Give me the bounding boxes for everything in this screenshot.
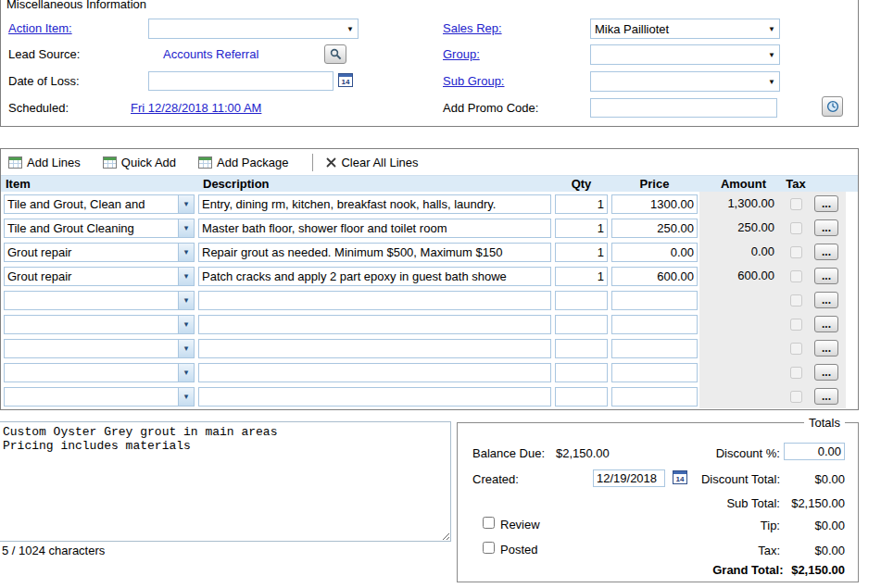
qty-input[interactable] bbox=[555, 291, 608, 310]
sales-rep-value: Mika Pailliotet bbox=[591, 22, 764, 36]
discount-pct-input[interactable] bbox=[784, 443, 845, 460]
sales-rep-label[interactable]: Sales Rep: bbox=[443, 21, 502, 35]
item-select-value bbox=[5, 388, 178, 406]
review-checkbox[interactable] bbox=[483, 517, 495, 529]
scheduled-value-link[interactable]: Fri 12/28/2018 11:00 AM bbox=[131, 101, 261, 115]
amount-value bbox=[699, 312, 783, 336]
chevron-down-icon[interactable]: ▾ bbox=[178, 219, 194, 237]
item-select[interactable]: ▾ bbox=[4, 315, 195, 334]
character-counter: 5 / 1024 characters bbox=[2, 544, 105, 557]
clear-all-lines-button[interactable]: Clear All Lines bbox=[326, 156, 418, 169]
chevron-down-icon[interactable]: ▾ bbox=[178, 244, 194, 261]
qty-input[interactable] bbox=[555, 194, 608, 214]
tax-checkbox bbox=[790, 367, 802, 379]
col-header-description: Description bbox=[196, 176, 553, 192]
promo-timer-button[interactable] bbox=[822, 96, 843, 117]
qty-input[interactable] bbox=[555, 243, 608, 262]
line-options-button[interactable]: ... bbox=[814, 316, 838, 332]
dropdown-arrow-icon: ▼ bbox=[343, 25, 358, 33]
col-header-qty: Qty bbox=[553, 176, 610, 192]
qty-input[interactable] bbox=[555, 363, 608, 382]
action-item-select[interactable]: ▼ bbox=[148, 19, 359, 39]
created-date-input[interactable] bbox=[593, 469, 665, 487]
calendar-icon[interactable]: 14 bbox=[338, 73, 353, 87]
amount-value bbox=[699, 360, 783, 384]
description-input[interactable] bbox=[198, 291, 551, 310]
line-options-button[interactable]: ... bbox=[814, 340, 838, 357]
line-options-button[interactable]: ... bbox=[814, 292, 838, 308]
description-input[interactable] bbox=[198, 243, 551, 262]
clear-x-icon bbox=[326, 157, 336, 168]
price-input[interactable] bbox=[611, 243, 698, 262]
item-select[interactable]: ▾ bbox=[4, 363, 195, 382]
table-row: ▾ ... bbox=[1, 360, 858, 384]
chevron-down-icon[interactable]: ▾ bbox=[178, 195, 194, 213]
date-of-loss-input[interactable] bbox=[148, 71, 334, 91]
item-select[interactable]: ▾ bbox=[4, 387, 195, 407]
line-options-button[interactable]: ... bbox=[814, 388, 838, 405]
item-select[interactable]: ▾ bbox=[4, 339, 195, 358]
chevron-down-icon[interactable]: ▾ bbox=[178, 316, 194, 333]
action-item-label[interactable]: Action Item: bbox=[8, 21, 72, 35]
lead-source-search-button[interactable] bbox=[324, 44, 346, 64]
price-input[interactable] bbox=[611, 387, 698, 407]
line-options-button[interactable]: ... bbox=[814, 364, 838, 381]
chevron-down-icon[interactable]: ▾ bbox=[178, 268, 194, 285]
description-input[interactable] bbox=[198, 363, 551, 382]
description-input[interactable] bbox=[198, 219, 551, 238]
discount-total-value: $0.00 bbox=[814, 472, 845, 486]
price-input[interactable] bbox=[611, 267, 698, 286]
line-options-button[interactable]: ... bbox=[814, 219, 838, 236]
chevron-down-icon[interactable]: ▾ bbox=[178, 364, 194, 382]
chevron-down-icon[interactable]: ▾ bbox=[178, 340, 194, 357]
sub-group-label[interactable]: Sub Group: bbox=[443, 74, 505, 88]
item-select[interactable]: Tile and Grout, Clean and ▾ bbox=[4, 194, 195, 214]
table-row: Grout repair ▾ 0.00 ... bbox=[1, 240, 858, 264]
description-input[interactable] bbox=[198, 194, 551, 214]
item-select[interactable]: Grout repair ▾ bbox=[4, 267, 195, 286]
price-input[interactable] bbox=[611, 194, 698, 214]
lead-source-value[interactable]: Accounts Referral bbox=[163, 47, 258, 61]
description-input[interactable] bbox=[198, 267, 551, 286]
group-select[interactable]: ▼ bbox=[590, 44, 780, 65]
promo-code-input[interactable] bbox=[590, 98, 777, 118]
sub-group-select[interactable]: ▼ bbox=[590, 71, 780, 92]
line-options-button[interactable]: ... bbox=[814, 244, 838, 260]
price-input[interactable] bbox=[611, 363, 698, 382]
quick-add-button[interactable]: Quick Add bbox=[103, 156, 176, 169]
chevron-down-icon[interactable]: ▾ bbox=[178, 388, 194, 406]
misc-info-legend: Miscellaneous Information bbox=[6, 0, 146, 11]
line-items-header: Item Description Qty Price Amount Tax bbox=[1, 176, 858, 192]
amount-value bbox=[699, 288, 783, 312]
item-select[interactable]: Tile and Grout Cleaning ▾ bbox=[4, 219, 195, 238]
qty-input[interactable] bbox=[555, 219, 608, 238]
line-options-button[interactable]: ... bbox=[814, 268, 838, 284]
add-lines-button[interactable]: Add Lines bbox=[8, 156, 81, 169]
sales-rep-select[interactable]: Mika Pailliotet ▼ bbox=[590, 19, 780, 39]
add-package-button[interactable]: Add Package bbox=[198, 156, 288, 169]
order-notes-textarea[interactable]: Custom Oyster Grey grout in main areas P… bbox=[0, 421, 451, 542]
table-row: ▾ ... bbox=[1, 288, 858, 312]
description-input[interactable] bbox=[198, 387, 551, 407]
price-input[interactable] bbox=[611, 339, 698, 358]
line-options-button[interactable]: ... bbox=[814, 195, 838, 212]
col-header-amount: Amount bbox=[699, 176, 783, 192]
item-select[interactable]: Grout repair ▾ bbox=[4, 243, 195, 262]
price-input[interactable] bbox=[611, 315, 698, 334]
qty-input[interactable] bbox=[555, 267, 608, 286]
item-select[interactable]: ▾ bbox=[4, 291, 195, 310]
dropdown-arrow-icon: ▼ bbox=[764, 25, 779, 33]
amount-value: 600.00 bbox=[699, 264, 783, 288]
qty-input[interactable] bbox=[555, 315, 608, 334]
price-input[interactable] bbox=[611, 291, 698, 310]
description-input[interactable] bbox=[198, 315, 551, 334]
calendar-icon[interactable]: 14 bbox=[673, 470, 687, 484]
posted-checkbox[interactable] bbox=[483, 542, 495, 554]
description-input[interactable] bbox=[198, 339, 551, 358]
chevron-down-icon[interactable]: ▾ bbox=[178, 292, 194, 309]
group-label[interactable]: Group: bbox=[443, 47, 480, 61]
price-input[interactable] bbox=[611, 219, 698, 238]
tax-checkbox bbox=[790, 294, 802, 307]
qty-input[interactable] bbox=[555, 387, 608, 407]
qty-input[interactable] bbox=[555, 339, 608, 358]
